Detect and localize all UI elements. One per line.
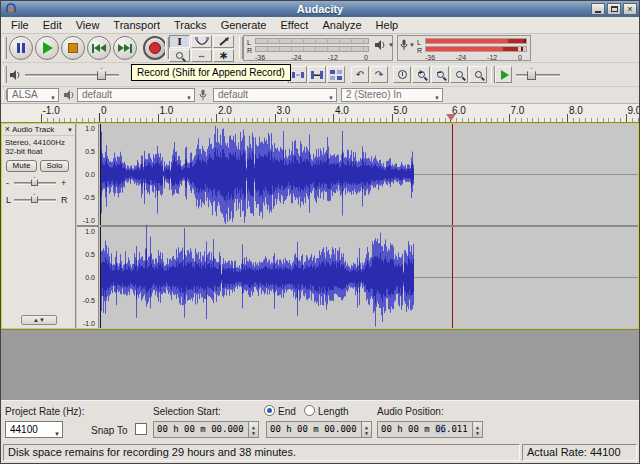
spin-down-icon[interactable]: ▼ xyxy=(476,430,479,436)
menu-item[interactable]: Help xyxy=(369,17,406,34)
end-radio[interactable] xyxy=(264,405,275,416)
output-volume-thumb[interactable] xyxy=(97,68,106,80)
solo-button[interactable]: Solo xyxy=(40,160,69,172)
track-menu-icon[interactable]: ▼ xyxy=(67,127,74,133)
minimize-button[interactable] xyxy=(591,3,605,15)
recording-device-select[interactable]: default xyxy=(213,88,337,102)
menu-item[interactable]: Analyze xyxy=(315,17,368,34)
status-bar: Disk space remains for recording 29 hour… xyxy=(1,442,639,463)
multi-tool-button[interactable]: ∗ xyxy=(213,49,234,62)
ruler-label: 4.0 xyxy=(335,105,349,116)
vruler-label: 1.0 xyxy=(85,125,95,132)
vruler-label: -1.0 xyxy=(83,320,95,327)
track-area-background[interactable] xyxy=(1,329,639,400)
selection-start-label: Selection Start: xyxy=(153,406,221,417)
audio-position-spinner[interactable]: ▲ ▼ xyxy=(472,422,482,437)
zoom-tool-button[interactable] xyxy=(169,49,190,62)
gain-thumb[interactable] xyxy=(31,177,38,186)
project-rate-select[interactable]: 44100 xyxy=(5,421,63,438)
skip-to-start-button[interactable] xyxy=(87,36,111,60)
sync-lock-icon xyxy=(329,69,343,81)
playback-device-select[interactable]: default xyxy=(77,88,195,102)
play-indicator[interactable] xyxy=(446,114,456,121)
toolbar-grip[interactable] xyxy=(3,66,7,83)
end-radio-label[interactable]: End xyxy=(278,406,296,417)
track-title[interactable]: Audio Track xyxy=(12,125,67,134)
selection-start-spinner[interactable]: ▲ ▼ xyxy=(248,422,258,437)
play-at-speed-icon xyxy=(501,70,509,80)
db-scale-label: -36 xyxy=(425,54,435,61)
ruler-label: 9.0 xyxy=(628,105,640,116)
recording-device-icon xyxy=(199,89,207,101)
speaker-dropdown-icon[interactable]: ▼ xyxy=(388,42,394,48)
selection-tool-button[interactable]: I xyxy=(169,35,190,48)
undo-button[interactable]: ↶ xyxy=(351,66,369,83)
pause-icon xyxy=(17,43,20,53)
recording-meter[interactable]: ▼ L R -36-24-120 xyxy=(397,35,531,61)
draw-tool-icon xyxy=(219,38,227,45)
clock-icon xyxy=(398,70,407,79)
playback-speed-thumb[interactable] xyxy=(527,68,536,80)
fit-selection-button[interactable] xyxy=(450,66,468,83)
timer-button[interactable] xyxy=(393,66,411,83)
snap-to-checkbox[interactable] xyxy=(135,423,147,435)
audio-position-field[interactable]: 00 h 00 m 06.011 s ▲ ▼ xyxy=(377,421,483,438)
play-button[interactable] xyxy=(35,36,59,60)
spin-down-icon[interactable]: ▼ xyxy=(365,430,368,436)
redo-button[interactable]: ↷ xyxy=(370,66,388,83)
draw-tool-button[interactable] xyxy=(213,35,234,48)
menu-item[interactable]: Tracks xyxy=(167,17,214,34)
db-scale-label: 0 xyxy=(518,54,522,61)
menu-item[interactable]: File xyxy=(4,17,36,34)
input-channels-select[interactable]: 2 (Stereo) In xyxy=(341,88,443,102)
selection-toolbar: Project Rate (Hz): 44100 Snap To Selecti… xyxy=(1,400,639,442)
playback-speed-slider[interactable] xyxy=(516,74,560,77)
length-radio-label[interactable]: Length xyxy=(318,406,349,417)
playback-meter[interactable]: L R -36-24-120 ▼ xyxy=(243,35,393,61)
track-control-panel[interactable]: × Audio Track ▼ Stereo, 44100Hz 32-bit f… xyxy=(2,124,76,328)
silence-audio-button[interactable] xyxy=(308,66,326,83)
zoom-in-button[interactable]: + xyxy=(412,66,430,83)
stop-button[interactable] xyxy=(61,36,85,60)
sync-lock-button[interactable] xyxy=(327,66,345,83)
track-collapse-button[interactable]: ▲▼ xyxy=(21,315,57,325)
playback-meter-scale: -36-24-120 xyxy=(255,54,368,61)
audio-host-select[interactable]: ALSA xyxy=(7,88,59,102)
ruler-label: 0 xyxy=(101,105,107,116)
mic-dropdown-icon[interactable]: ▼ xyxy=(409,42,415,48)
trim-audio-button[interactable] xyxy=(289,66,307,83)
zoom-out-button[interactable]: − xyxy=(431,66,449,83)
track-header[interactable]: × Audio Track ▼ xyxy=(3,124,74,136)
vruler-label: 0.0 xyxy=(85,274,95,281)
time-shift-tool-button[interactable]: ↔ xyxy=(191,49,212,62)
spin-down-icon[interactable]: ▼ xyxy=(252,430,255,436)
waveform-canvas[interactable] xyxy=(100,124,638,328)
audio-track: × Audio Track ▼ Stereo, 44100Hz 32-bit f… xyxy=(1,123,639,329)
fit-project-button[interactable] xyxy=(469,66,487,83)
pause-button[interactable] xyxy=(9,36,33,60)
toolbar-grip[interactable] xyxy=(3,37,7,59)
selection-end-spinner[interactable]: ▲ ▼ xyxy=(361,422,371,437)
length-radio[interactable] xyxy=(304,405,315,416)
menu-bar: FileEditViewTransportTracksGenerateEffec… xyxy=(1,17,639,34)
title-bar[interactable]: Audacity × xyxy=(1,1,639,17)
timeline-ruler[interactable]: -1.001.02.03.04.05.06.07.08.09.0 xyxy=(1,104,639,123)
menu-item[interactable]: Edit xyxy=(36,17,69,34)
menu-item[interactable]: Generate xyxy=(214,17,274,34)
record-button[interactable] xyxy=(143,36,167,60)
selection-end-field[interactable]: 00 h 00 m 00.000 s ▲ ▼ xyxy=(266,421,372,438)
maximize-button[interactable] xyxy=(607,3,621,15)
menu-item[interactable]: View xyxy=(69,17,107,34)
play-at-speed-button[interactable] xyxy=(495,66,512,83)
recording-meter-left-label: L xyxy=(417,39,421,46)
menu-item[interactable]: Effect xyxy=(274,17,316,34)
track-close-icon[interactable]: × xyxy=(3,125,12,134)
pan-thumb[interactable] xyxy=(31,194,38,203)
envelope-tool-button[interactable] xyxy=(191,35,212,48)
menu-item[interactable]: Transport xyxy=(106,17,167,34)
skip-to-end-button[interactable] xyxy=(113,36,137,60)
close-button[interactable]: × xyxy=(623,3,637,15)
selection-start-field[interactable]: 00 h 00 m 00.000 s ▲ ▼ xyxy=(153,421,259,438)
mute-button[interactable]: Mute xyxy=(6,160,37,172)
vertical-rulers: 1.00.50.0-0.5-1.0 1.00.50.0-0.5-1.0 xyxy=(77,124,99,328)
